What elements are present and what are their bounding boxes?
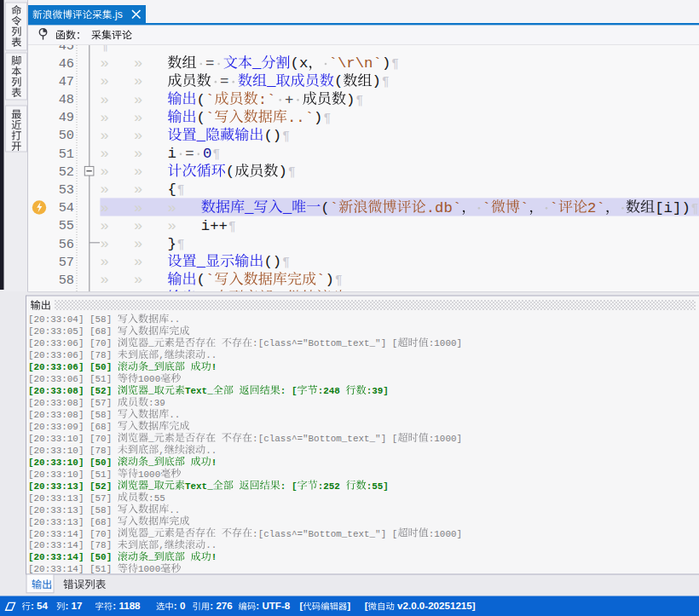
svg-text:`\r\n`: `\r\n` (329, 55, 382, 72)
svg-text:(): () (263, 128, 281, 144)
svg-text:..: .. (205, 350, 217, 360)
svg-text:»: » (134, 164, 142, 180)
svg-text::55: :55 (148, 493, 165, 504)
svg-text:!: ! (211, 362, 217, 372)
svg-text:53: 53 (59, 182, 74, 198)
svg-text:_: _ (282, 200, 292, 216)
svg-text:51: 51 (59, 147, 74, 162)
svg-text:¶: ¶ (382, 75, 390, 89)
svg-text:[20:33:08] [52]: [20:33:08] [52] (28, 386, 118, 396)
svg-text:_: _ (147, 529, 154, 539)
svg-text:_: _ (147, 481, 154, 492)
svg-text:»: » (134, 218, 142, 234)
svg-text:»: » (134, 110, 142, 126)
svg-text:: 276: : 276 (210, 600, 233, 611)
svg-text:: 54: : 54 (31, 600, 49, 611)
svg-text:50: 50 (59, 128, 74, 143)
svg-text:`: ` (205, 272, 214, 288)
svg-text:..: .. (169, 314, 180, 325)
svg-text:48: 48 (59, 92, 74, 107)
svg-text:[20:33:14] [50]: [20:33:14] [50] (28, 552, 118, 562)
svg-text::[class^="Bottom_text_"] [: :[class^="Bottom_text_"] [ (252, 434, 397, 444)
svg-text:55: 55 (59, 218, 74, 233)
svg-text:_: _ (147, 338, 154, 348)
svg-text:54: 54 (59, 200, 74, 216)
svg-text:»: » (134, 128, 142, 144)
svg-text:¶: ¶ (288, 165, 296, 179)
svg-text:(: ( (334, 73, 343, 89)
svg-text:»: » (134, 200, 142, 216)
svg-text:1000: 1000 (138, 469, 160, 480)
svg-text:_: _ (251, 55, 262, 72)
svg-text:¶: ¶ (391, 57, 399, 71)
svg-text:»: » (101, 218, 109, 234)
svg-text:: 0: : 0 (174, 600, 186, 611)
svg-text:): ) (326, 272, 334, 288)
svg-text:¶: ¶ (177, 238, 185, 251)
svg-text:»: » (134, 236, 142, 252)
svg-text:_: _ (147, 386, 154, 396)
svg-text:!: ! (211, 552, 217, 562)
svg-text:`: ` (550, 200, 558, 216)
svg-text:[20:33:10] [78]: [20:33:10] [78] (28, 446, 118, 456)
svg-text:»: » (101, 110, 109, 126)
svg-text:[20:33:13] [58]: [20:33:13] [58] (28, 505, 118, 515)
svg-text:»: » (101, 254, 109, 270)
svg-text:`: ` (316, 272, 325, 288)
svg-text:_: _ (244, 200, 254, 216)
svg-text:..: .. (205, 540, 217, 550)
svg-text::252: :252 (318, 481, 346, 492)
svg-text:: UTF-8: : UTF-8 (256, 600, 290, 611)
svg-text:»: » (134, 254, 142, 270)
svg-text:[20:33:06] [51]: [20:33:06] [51] (28, 374, 118, 384)
svg-text:»: » (101, 200, 109, 216)
svg-text:(: ( (226, 164, 234, 180)
svg-text:!: ! (211, 458, 217, 468)
svg-text:57: 57 (59, 255, 74, 270)
svg-text:`: ` (205, 110, 214, 126)
svg-text:[20:33:08] [58]: [20:33:08] [58] (28, 410, 118, 420)
svg-text:¶: ¶ (282, 256, 290, 269)
svg-text::1000]: :1000] (429, 338, 462, 348)
svg-text:[20:33:04] [58]: [20:33:04] [58] (28, 314, 118, 325)
svg-text:..: .. (169, 505, 180, 515)
svg-text:¶: ¶ (177, 183, 185, 197)
svg-text:»: » (101, 181, 109, 198)
svg-text:[20:33:10] [50]: [20:33:10] [50] (28, 458, 118, 468)
svg-text:: [: : [ (280, 481, 298, 492)
svg-text:»: » (134, 272, 142, 288)
svg-text:[20:33:13] [57]: [20:33:13] [57] (28, 493, 118, 504)
svg-text:[i]): [i]) (655, 200, 690, 216)
svg-text:(): () (263, 254, 281, 270)
svg-text:.db`: .db` (426, 200, 462, 216)
svg-text:,: , (159, 540, 165, 550)
svg-text:[20:33:08] [57]: [20:33:08] [57] (28, 398, 118, 408)
svg-text:=: = (220, 73, 228, 89)
svg-text:_: _ (147, 458, 154, 468)
svg-text:2`: 2` (587, 200, 605, 216)
svg-text:[: [ (300, 600, 303, 611)
svg-text::1000]: :1000] (429, 434, 462, 444)
svg-text::39: :39 (148, 398, 165, 408)
svg-text:`: ` (482, 200, 490, 216)
svg-text:¶: ¶ (212, 147, 220, 161)
svg-text:(: ( (197, 92, 205, 108)
svg-text:»: » (101, 55, 109, 72)
svg-text:: 17: : 17 (65, 600, 82, 611)
svg-text:»: » (101, 73, 109, 89)
svg-text:¶: ¶ (228, 220, 236, 233)
svg-text:[20:33:06] [50]: [20:33:06] [50] (28, 362, 118, 372)
svg-text:(: ( (197, 272, 205, 288)
svg-text:_: _ (196, 254, 206, 270)
svg-text:..: .. (169, 410, 180, 420)
svg-text:»: » (134, 73, 142, 89)
svg-text:[20:33:06] [78]: [20:33:06] [78] (28, 350, 118, 360)
svg-text:`: ` (205, 92, 214, 108)
svg-text::[class^="Bottom_text_"] [: :[class^="Bottom_text_"] [ (252, 338, 397, 348)
svg-text:: [: : [ (280, 386, 298, 396)
svg-text:.js: .js (113, 9, 123, 20)
svg-text:): ) (346, 92, 355, 108)
svg-text:58: 58 (59, 273, 74, 288)
svg-text:56: 56 (59, 237, 74, 252)
svg-text:}: } (167, 236, 176, 252)
